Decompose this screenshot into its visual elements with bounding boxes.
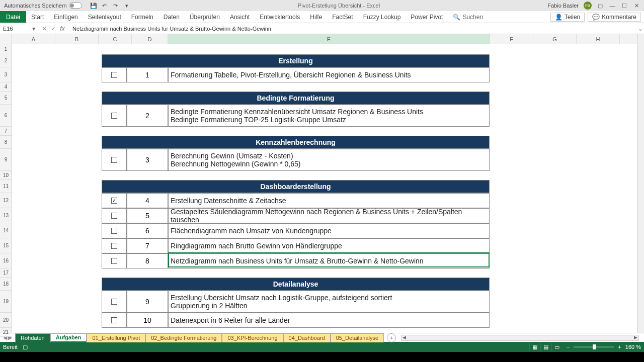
zoom-slider[interactable]	[574, 346, 614, 348]
task-description[interactable]: Berechnung Gewinn (Umsatz - Kosten)Berec…	[168, 149, 490, 171]
formula-expand-icon[interactable]: ⌄	[637, 25, 644, 32]
task-number[interactable]: 6	[127, 223, 168, 238]
checkbox-icon[interactable]	[111, 299, 117, 305]
sheet-tab-03-kpi-berechnung[interactable]: 03_KPI-Berechnung	[222, 333, 283, 342]
row-header-9[interactable]: 9	[0, 149, 12, 171]
task-number[interactable]: 9	[127, 291, 168, 313]
row-header-7[interactable]: 7	[0, 127, 12, 136]
sheet-tab-01-erstellung-pivot[interactable]: 01_Erstellung Pivot	[87, 333, 145, 342]
task-number[interactable]: 8	[127, 253, 168, 268]
sheet-tab-05-detailanalyse[interactable]: 05_Detailanalyse	[331, 333, 384, 342]
vertical-scrollbar[interactable]	[637, 34, 644, 333]
row-header-15[interactable]: 15	[0, 238, 12, 253]
checkbox-icon[interactable]	[111, 213, 117, 219]
sheet-tab-02-bedingte-formatierung[interactable]: 02_Bedingte Formatierung	[145, 333, 222, 342]
row-header-18[interactable]: 18	[0, 278, 12, 291]
new-sheet-button[interactable]: +	[387, 333, 396, 342]
task-number[interactable]: 1	[127, 67, 168, 82]
task-checkbox-cell[interactable]	[102, 67, 127, 82]
row-header-11[interactable]: 11	[0, 180, 12, 193]
checkbox-icon[interactable]	[111, 198, 117, 204]
namebox-dropdown-icon[interactable]: ▾	[30, 25, 37, 32]
view-normal-icon[interactable]: ▦	[529, 343, 540, 351]
task-checkbox-cell[interactable]	[102, 313, 127, 328]
col-header-G[interactable]: G	[533, 34, 577, 44]
col-header-C[interactable]: C	[99, 34, 132, 44]
task-number[interactable]: 3	[127, 149, 168, 171]
toggle-switch[interactable]	[69, 3, 82, 9]
sheet-tab-aufgaben[interactable]: Aufgaben	[50, 333, 87, 342]
tab-daten[interactable]: Daten	[158, 14, 185, 21]
row-header-13[interactable]: 13	[0, 208, 12, 223]
task-description[interactable]: Formatierung Tabelle, Pivot-Erstellung, …	[168, 67, 490, 82]
tab-einfügen[interactable]: Einfügen	[49, 14, 83, 21]
redo-icon[interactable]: ↷	[112, 2, 119, 9]
tab-power pivot[interactable]: Power Pivot	[406, 14, 448, 21]
worksheet-grid[interactable]: 123456789101112131415161718192021 ABCDEF…	[0, 34, 644, 333]
task-checkbox-cell[interactable]	[102, 291, 127, 313]
share-button[interactable]: 👤 Teilen	[550, 13, 585, 22]
zoom-out-icon[interactable]: −	[567, 344, 570, 350]
checkbox-icon[interactable]	[111, 243, 117, 249]
row-header-19[interactable]: 19	[0, 291, 12, 313]
row-header-5[interactable]: 5	[0, 92, 12, 105]
row-header-8[interactable]: 8	[0, 136, 12, 149]
view-pagebreak-icon[interactable]: ▭	[551, 343, 562, 351]
task-number[interactable]: 7	[127, 238, 168, 253]
task-description[interactable]: Gestapeltes Säulendiagramm Nettogewinn n…	[168, 208, 490, 223]
comments-button[interactable]: 💬 Kommentare	[588, 13, 641, 22]
task-checkbox-cell[interactable]	[102, 149, 127, 171]
tab-file[interactable]: Datei	[0, 11, 26, 23]
task-description[interactable]: Ringdiagramm nach Brutto Gewinn von Händ…	[168, 238, 490, 253]
task-checkbox-cell[interactable]	[102, 105, 127, 127]
view-layout-icon[interactable]: ▤	[540, 343, 551, 351]
row-header-1[interactable]: 1	[0, 44, 12, 54]
col-header-E[interactable]: E	[168, 34, 490, 44]
task-number[interactable]: 5	[127, 208, 168, 223]
task-number[interactable]: 10	[127, 313, 168, 328]
horizontal-scrollbar[interactable]	[401, 335, 639, 341]
confirm-formula-icon[interactable]: ✓	[49, 25, 57, 32]
undo-icon[interactable]: ↶	[101, 2, 108, 9]
checkbox-icon[interactable]	[111, 317, 117, 323]
name-box[interactable]: E16	[0, 26, 30, 32]
task-description[interactable]: Flächendiagramm nach Umsatz von Kundengr…	[168, 223, 490, 238]
task-description[interactable]: Erstellung Datenschnitte & Zeitachse	[168, 193, 490, 208]
formula-bar[interactable]: Netzdiagramm nach Business Units für Ums…	[69, 26, 637, 32]
zoom-level[interactable]: 160 %	[625, 344, 641, 350]
task-number[interactable]: 2	[127, 105, 168, 127]
tab-fuzzy lookup[interactable]: Fuzzy Lookup	[358, 14, 406, 21]
maximize-icon[interactable]: ☐	[621, 2, 628, 9]
task-description[interactable]: Netzdiagramm nach Business Units für Ums…	[168, 253, 490, 268]
close-icon[interactable]: ✕	[633, 2, 640, 9]
qat-dropdown-icon[interactable]: ▾	[123, 2, 130, 9]
row-header-20[interactable]: 20	[0, 313, 12, 328]
row-header-14[interactable]: 14	[0, 223, 12, 238]
checkbox-icon[interactable]	[111, 72, 117, 78]
zoom-in-icon[interactable]: +	[618, 344, 621, 350]
row-header-3[interactable]: 3	[0, 67, 12, 82]
tab-factset[interactable]: FactSet	[327, 14, 358, 21]
task-checkbox-cell[interactable]	[102, 238, 127, 253]
task-description[interactable]: Erstellung Übersicht Umsatz nach Logisti…	[168, 291, 490, 313]
checkbox-icon[interactable]	[111, 258, 117, 264]
save-icon[interactable]: 💾	[90, 2, 97, 9]
tab-seitenlayout[interactable]: Seitenlayout	[83, 14, 126, 21]
task-number[interactable]: 4	[127, 193, 168, 208]
task-checkbox-cell[interactable]	[102, 208, 127, 223]
tab-entwicklertools[interactable]: Entwicklertools	[255, 14, 305, 21]
autosave-toggle[interactable]: Automatisches Speichern	[0, 3, 86, 9]
checkbox-icon[interactable]	[111, 113, 117, 119]
row-header-4[interactable]: 4	[0, 82, 12, 92]
task-description[interactable]: Bedingte Formatierung Kennzahlenübersich…	[168, 105, 490, 127]
user-avatar[interactable]: FB	[584, 2, 592, 10]
row-header-2[interactable]: 2	[0, 54, 12, 67]
minimize-icon[interactable]: —	[609, 2, 616, 9]
col-header-B[interactable]: B	[55, 34, 99, 44]
tab-start[interactable]: Start	[26, 14, 49, 21]
macro-record-icon[interactable]: ▢	[23, 344, 28, 350]
row-header-17[interactable]: 17	[0, 268, 12, 278]
row-header-21[interactable]: 21	[0, 328, 12, 337]
col-header-A[interactable]: A	[12, 34, 55, 44]
tab-hilfe[interactable]: Hilfe	[305, 14, 327, 21]
